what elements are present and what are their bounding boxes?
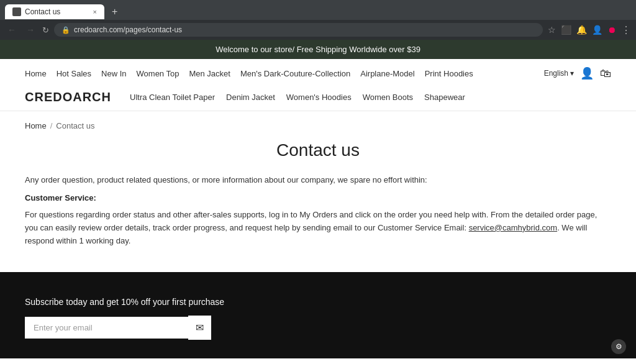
nav-bottom-shapewear[interactable]: Shapewear [424, 93, 465, 102]
nav-top-home[interactable]: Home [25, 69, 47, 78]
url-display: credoarch.com/pages/contact-us [74, 25, 182, 34]
extensions-icon[interactable]: ⬛ [561, 25, 571, 35]
tab-title: Contact us [25, 7, 60, 16]
notification-icon[interactable]: 🔔 [576, 25, 587, 35]
contact-intro: Any order question, product related ques… [25, 175, 611, 184]
back-button[interactable]: ← [5, 25, 19, 35]
browser-chrome: Contact us × + [0, 0, 636, 20]
page-title: Contact us [25, 140, 611, 160]
nav-top-men-jacket[interactable]: Men Jacket [189, 69, 230, 78]
account-icon[interactable]: 👤 [580, 66, 594, 80]
customer-service-text: For questions regarding order status and… [25, 209, 611, 247]
nav-bottom-womens-hoodies[interactable]: Women's Hoodies [286, 93, 352, 102]
browser-toolbar: ← → ↻ 🔒 credoarch.com/pages/contact-us ☆… [0, 20, 636, 40]
lang-label: English [544, 69, 568, 78]
lang-arrow-icon: ▾ [570, 69, 574, 78]
site-logo[interactable]: CREDOARCH [25, 90, 111, 104]
forward-button[interactable]: → [24, 25, 37, 35]
breadcrumb-separator: / [50, 121, 53, 130]
subscribe-label: Subscribe today and get 10% off your fir… [25, 297, 611, 307]
nav-top-new-in[interactable]: New In [101, 69, 126, 78]
customer-service-label: Customer Service: [25, 193, 611, 202]
bookmark-icon[interactable]: ☆ [548, 25, 556, 35]
email-input[interactable] [25, 317, 188, 339]
email-submit-button[interactable]: ✉ [188, 316, 211, 340]
tab-favicon [12, 7, 21, 16]
breadcrumb-current: Contact us [56, 121, 94, 130]
refresh-button[interactable]: ↻ [42, 25, 49, 35]
customer-service-email[interactable]: service@camhybrid.com [469, 223, 558, 232]
secure-icon: 🔒 [61, 26, 70, 34]
announcement-text: Welcome to our store/ Free Shipping Worl… [216, 45, 420, 54]
browser-tab-bar: Contact us × + [5, 4, 631, 20]
nav-top-airplane[interactable]: Airplane-Model [360, 69, 414, 78]
record-icon[interactable]: ⏺ [607, 25, 616, 35]
scroll-hint-icon: ⚙ [611, 339, 626, 354]
address-bar[interactable]: 🔒 credoarch.com/pages/contact-us [54, 23, 543, 37]
nav-top-right: English ▾ 👤 🛍 [544, 66, 611, 80]
site-header: Home Hot Sales New In Women Top Men Jack… [0, 59, 636, 111]
nav-bottom-denim-jacket[interactable]: Denim Jacket [226, 93, 275, 102]
nav-bottom-women-boots[interactable]: Women Boots [363, 93, 413, 102]
breadcrumb: Home / Contact us [0, 111, 636, 135]
main-content: Contact us Any order question, product r… [0, 135, 636, 272]
email-subscribe-row: ✉ [25, 316, 211, 340]
announcement-bar: Welcome to our store/ Free Shipping Worl… [0, 40, 636, 59]
header-bottom-row: CREDOARCH Ultra Clean Toilet Paper Denim… [25, 85, 611, 111]
nav-bottom-clean-toilet-paper[interactable]: Ultra Clean Toilet Paper [130, 93, 215, 102]
nav-top-print-hoodies[interactable]: Print Hoodies [425, 69, 473, 78]
nav-top: Home Hot Sales New In Women Top Men Jack… [25, 59, 611, 85]
nav-top-women-top[interactable]: Women Top [137, 69, 179, 78]
language-selector[interactable]: English ▾ [544, 69, 574, 78]
profile-icon[interactable]: 👤 [592, 25, 602, 35]
nav-bottom-links: Ultra Clean Toilet Paper Denim Jacket Wo… [130, 93, 611, 102]
tab-close-button[interactable]: × [93, 8, 97, 16]
browser-tab[interactable]: Contact us × [5, 4, 104, 19]
breadcrumb-home-link[interactable]: Home [25, 121, 47, 130]
more-options-icon[interactable]: ⋮ [621, 24, 631, 36]
cart-icon[interactable]: 🛍 [600, 67, 611, 80]
toolbar-icons: ☆ ⬛ 🔔 👤 ⏺ ⋮ [548, 24, 631, 36]
nav-top-links: Home Hot Sales New In Women Top Men Jack… [25, 69, 532, 78]
site-footer: Subscribe today and get 10% off your fir… [0, 272, 636, 358]
nav-top-mens-dark[interactable]: Men's Dark-Couture-Collection [240, 69, 350, 78]
nav-top-hot-sales[interactable]: Hot Sales [57, 69, 91, 78]
new-tab-button[interactable]: + [107, 4, 122, 20]
